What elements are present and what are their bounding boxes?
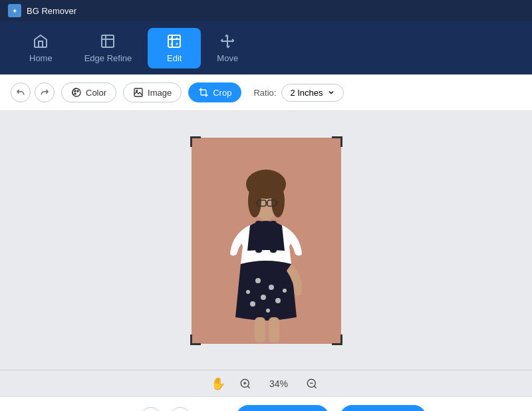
- svg-point-3: [74, 90, 76, 92]
- image-icon: [133, 87, 144, 98]
- svg-point-17: [255, 278, 261, 283]
- svg-line-31: [276, 202, 279, 203]
- move-icon: [219, 33, 235, 49]
- undo-button[interactable]: [11, 82, 31, 102]
- svg-rect-1: [168, 35, 180, 47]
- svg-point-5: [74, 93, 76, 94]
- svg-point-22: [266, 309, 270, 313]
- nav-move-label: Move: [217, 53, 238, 63]
- next-button[interactable]: [170, 407, 191, 412]
- svg-line-30: [255, 202, 257, 203]
- zoom-percent: 34%: [265, 378, 292, 389]
- crop-button[interactable]: Crop: [188, 82, 241, 102]
- chevron-down-icon: [327, 88, 335, 96]
- redo-icon: [40, 88, 49, 97]
- edge-refine-icon: [100, 33, 116, 49]
- crop-handle-bl[interactable]: [190, 335, 201, 345]
- ratio-dropdown[interactable]: 2 Inches: [281, 84, 343, 102]
- nav-item-move[interactable]: Move: [201, 28, 254, 68]
- zoom-out-icon: [306, 378, 318, 390]
- zoom-in-button[interactable]: [236, 374, 255, 393]
- svg-rect-26: [269, 317, 279, 342]
- nav-home-label: Home: [29, 53, 53, 63]
- crop-label: Crop: [213, 88, 231, 98]
- crop-icon: [198, 87, 209, 98]
- download-button[interactable]: Download: [340, 405, 427, 411]
- svg-point-18: [269, 285, 274, 290]
- history-arrows: [11, 82, 55, 102]
- nav-edit-label: Edit: [167, 53, 182, 63]
- crop-handle-br[interactable]: [332, 335, 342, 345]
- titlebar: ✦ BG Remover: [0, 0, 532, 21]
- image-label: Image: [148, 88, 172, 98]
- ratio-label: Ratio:: [253, 88, 276, 98]
- svg-point-24: [246, 290, 250, 294]
- svg-point-12: [248, 184, 261, 217]
- svg-rect-15: [255, 221, 262, 253]
- navbar: Home Edge Refine Edit Move: [0, 21, 532, 74]
- svg-rect-16: [270, 221, 277, 253]
- zoom-in-icon: [239, 378, 251, 390]
- nav-item-edit[interactable]: Edit: [148, 28, 201, 68]
- ratio-value: 2 Inches: [290, 88, 323, 98]
- statusbar: ✋ 34%: [0, 370, 532, 396]
- redo-button[interactable]: [35, 82, 55, 102]
- crop-handle-tl[interactable]: [190, 136, 201, 147]
- nav-item-home[interactable]: Home: [13, 28, 68, 68]
- canvas-area: [0, 111, 532, 370]
- color-label: Color: [86, 88, 106, 98]
- bottom-nav-arrows: [106, 407, 225, 412]
- image-background: [192, 138, 341, 344]
- app-logo: ✦: [8, 4, 21, 17]
- svg-point-23: [283, 289, 287, 293]
- new-image-button[interactable]: New Image: [236, 405, 329, 411]
- app-title: BG Remover: [27, 6, 76, 16]
- svg-point-21: [250, 301, 255, 307]
- home-icon: [33, 33, 49, 49]
- crop-handle-tr[interactable]: [332, 136, 342, 147]
- hand-tool-icon[interactable]: ✋: [211, 376, 225, 391]
- svg-rect-0: [102, 35, 114, 47]
- color-icon: [71, 87, 82, 98]
- nav-edge-refine-label: Edge Refine: [84, 53, 132, 63]
- undo-icon: [16, 88, 25, 97]
- color-button[interactable]: Color: [61, 82, 116, 102]
- svg-point-4: [77, 90, 78, 92]
- person-silhouette: [192, 138, 341, 344]
- toolbar: Color Image Crop Ratio: 2 Inches: [0, 74, 532, 111]
- svg-point-19: [261, 295, 266, 300]
- image-button[interactable]: Image: [123, 82, 182, 102]
- prev-button[interactable]: [140, 407, 162, 412]
- edit-icon: [166, 33, 182, 49]
- ratio-selector: Ratio: 2 Inches: [253, 84, 343, 102]
- svg-point-20: [275, 298, 281, 303]
- nav-item-edge-refine[interactable]: Edge Refine: [68, 28, 148, 68]
- image-crop-container[interactable]: [192, 138, 341, 344]
- svg-rect-25: [255, 317, 265, 342]
- svg-point-13: [271, 184, 285, 217]
- zoom-out-button[interactable]: [303, 374, 321, 393]
- actionbar: New Image Download: [0, 396, 532, 411]
- svg-point-7: [136, 90, 138, 92]
